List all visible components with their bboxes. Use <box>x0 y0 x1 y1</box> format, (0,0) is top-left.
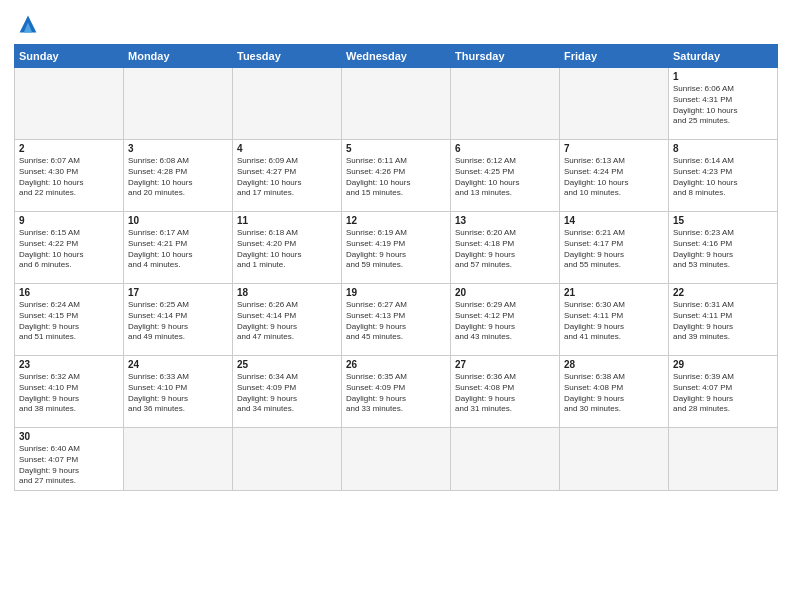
weekday-header-tuesday: Tuesday <box>233 45 342 68</box>
calendar-cell <box>669 428 778 491</box>
calendar-cell: 10Sunrise: 6:17 AMSunset: 4:21 PMDayligh… <box>124 212 233 284</box>
day-number: 29 <box>673 359 773 370</box>
day-number: 12 <box>346 215 446 226</box>
weekday-header-friday: Friday <box>560 45 669 68</box>
day-number: 17 <box>128 287 228 298</box>
calendar-cell <box>233 68 342 140</box>
day-number: 7 <box>564 143 664 154</box>
calendar-cell: 8Sunrise: 6:14 AMSunset: 4:23 PMDaylight… <box>669 140 778 212</box>
day-info: Sunrise: 6:18 AMSunset: 4:20 PMDaylight:… <box>237 228 337 271</box>
day-number: 23 <box>19 359 119 370</box>
day-number: 26 <box>346 359 446 370</box>
day-number: 2 <box>19 143 119 154</box>
day-info: Sunrise: 6:32 AMSunset: 4:10 PMDaylight:… <box>19 372 119 415</box>
calendar-cell <box>451 68 560 140</box>
calendar-cell: 23Sunrise: 6:32 AMSunset: 4:10 PMDayligh… <box>15 356 124 428</box>
day-number: 10 <box>128 215 228 226</box>
day-number: 22 <box>673 287 773 298</box>
day-info: Sunrise: 6:25 AMSunset: 4:14 PMDaylight:… <box>128 300 228 343</box>
calendar-cell: 27Sunrise: 6:36 AMSunset: 4:08 PMDayligh… <box>451 356 560 428</box>
day-number: 3 <box>128 143 228 154</box>
calendar-cell: 28Sunrise: 6:38 AMSunset: 4:08 PMDayligh… <box>560 356 669 428</box>
calendar-cell <box>233 428 342 491</box>
calendar-cell: 30Sunrise: 6:40 AMSunset: 4:07 PMDayligh… <box>15 428 124 491</box>
day-number: 11 <box>237 215 337 226</box>
day-info: Sunrise: 6:36 AMSunset: 4:08 PMDaylight:… <box>455 372 555 415</box>
calendar-week-row: 16Sunrise: 6:24 AMSunset: 4:15 PMDayligh… <box>15 284 778 356</box>
calendar-cell <box>342 68 451 140</box>
day-info: Sunrise: 6:39 AMSunset: 4:07 PMDaylight:… <box>673 372 773 415</box>
day-number: 20 <box>455 287 555 298</box>
day-info: Sunrise: 6:23 AMSunset: 4:16 PMDaylight:… <box>673 228 773 271</box>
day-number: 9 <box>19 215 119 226</box>
day-number: 8 <box>673 143 773 154</box>
day-info: Sunrise: 6:33 AMSunset: 4:10 PMDaylight:… <box>128 372 228 415</box>
calendar-cell: 3Sunrise: 6:08 AMSunset: 4:28 PMDaylight… <box>124 140 233 212</box>
calendar-cell: 11Sunrise: 6:18 AMSunset: 4:20 PMDayligh… <box>233 212 342 284</box>
calendar-cell <box>451 428 560 491</box>
logo <box>14 10 46 38</box>
day-info: Sunrise: 6:27 AMSunset: 4:13 PMDaylight:… <box>346 300 446 343</box>
weekday-header-saturday: Saturday <box>669 45 778 68</box>
calendar-cell: 7Sunrise: 6:13 AMSunset: 4:24 PMDaylight… <box>560 140 669 212</box>
day-info: Sunrise: 6:20 AMSunset: 4:18 PMDaylight:… <box>455 228 555 271</box>
calendar-cell: 20Sunrise: 6:29 AMSunset: 4:12 PMDayligh… <box>451 284 560 356</box>
day-info: Sunrise: 6:09 AMSunset: 4:27 PMDaylight:… <box>237 156 337 199</box>
calendar-cell <box>124 428 233 491</box>
day-number: 16 <box>19 287 119 298</box>
day-info: Sunrise: 6:15 AMSunset: 4:22 PMDaylight:… <box>19 228 119 271</box>
calendar-cell: 13Sunrise: 6:20 AMSunset: 4:18 PMDayligh… <box>451 212 560 284</box>
calendar-week-row: 2Sunrise: 6:07 AMSunset: 4:30 PMDaylight… <box>15 140 778 212</box>
day-number: 6 <box>455 143 555 154</box>
day-info: Sunrise: 6:24 AMSunset: 4:15 PMDaylight:… <box>19 300 119 343</box>
day-number: 27 <box>455 359 555 370</box>
calendar-cell <box>560 68 669 140</box>
day-number: 19 <box>346 287 446 298</box>
calendar-cell <box>124 68 233 140</box>
calendar-cell: 2Sunrise: 6:07 AMSunset: 4:30 PMDaylight… <box>15 140 124 212</box>
calendar-cell: 19Sunrise: 6:27 AMSunset: 4:13 PMDayligh… <box>342 284 451 356</box>
calendar-cell: 26Sunrise: 6:35 AMSunset: 4:09 PMDayligh… <box>342 356 451 428</box>
day-info: Sunrise: 6:14 AMSunset: 4:23 PMDaylight:… <box>673 156 773 199</box>
calendar-cell <box>342 428 451 491</box>
day-info: Sunrise: 6:35 AMSunset: 4:09 PMDaylight:… <box>346 372 446 415</box>
day-number: 1 <box>673 71 773 82</box>
calendar-cell: 22Sunrise: 6:31 AMSunset: 4:11 PMDayligh… <box>669 284 778 356</box>
day-info: Sunrise: 6:30 AMSunset: 4:11 PMDaylight:… <box>564 300 664 343</box>
calendar-cell <box>15 68 124 140</box>
day-info: Sunrise: 6:31 AMSunset: 4:11 PMDaylight:… <box>673 300 773 343</box>
day-info: Sunrise: 6:07 AMSunset: 4:30 PMDaylight:… <box>19 156 119 199</box>
day-info: Sunrise: 6:26 AMSunset: 4:14 PMDaylight:… <box>237 300 337 343</box>
day-number: 24 <box>128 359 228 370</box>
calendar-cell: 6Sunrise: 6:12 AMSunset: 4:25 PMDaylight… <box>451 140 560 212</box>
day-number: 13 <box>455 215 555 226</box>
day-info: Sunrise: 6:12 AMSunset: 4:25 PMDaylight:… <box>455 156 555 199</box>
day-number: 5 <box>346 143 446 154</box>
calendar-table: SundayMondayTuesdayWednesdayThursdayFrid… <box>14 44 778 491</box>
weekday-header-sunday: Sunday <box>15 45 124 68</box>
weekday-header-thursday: Thursday <box>451 45 560 68</box>
day-number: 28 <box>564 359 664 370</box>
calendar-cell <box>560 428 669 491</box>
day-number: 21 <box>564 287 664 298</box>
weekday-header-wednesday: Wednesday <box>342 45 451 68</box>
calendar-cell: 21Sunrise: 6:30 AMSunset: 4:11 PMDayligh… <box>560 284 669 356</box>
calendar-cell: 25Sunrise: 6:34 AMSunset: 4:09 PMDayligh… <box>233 356 342 428</box>
calendar-cell: 16Sunrise: 6:24 AMSunset: 4:15 PMDayligh… <box>15 284 124 356</box>
day-number: 30 <box>19 431 119 442</box>
day-info: Sunrise: 6:29 AMSunset: 4:12 PMDaylight:… <box>455 300 555 343</box>
calendar-week-row: 1Sunrise: 6:06 AMSunset: 4:31 PMDaylight… <box>15 68 778 140</box>
calendar-cell: 5Sunrise: 6:11 AMSunset: 4:26 PMDaylight… <box>342 140 451 212</box>
day-info: Sunrise: 6:21 AMSunset: 4:17 PMDaylight:… <box>564 228 664 271</box>
calendar-week-row: 9Sunrise: 6:15 AMSunset: 4:22 PMDaylight… <box>15 212 778 284</box>
calendar-cell: 1Sunrise: 6:06 AMSunset: 4:31 PMDaylight… <box>669 68 778 140</box>
day-info: Sunrise: 6:06 AMSunset: 4:31 PMDaylight:… <box>673 84 773 127</box>
calendar-cell: 14Sunrise: 6:21 AMSunset: 4:17 PMDayligh… <box>560 212 669 284</box>
calendar-cell: 17Sunrise: 6:25 AMSunset: 4:14 PMDayligh… <box>124 284 233 356</box>
calendar-week-row: 23Sunrise: 6:32 AMSunset: 4:10 PMDayligh… <box>15 356 778 428</box>
header <box>14 10 778 38</box>
calendar-cell: 15Sunrise: 6:23 AMSunset: 4:16 PMDayligh… <box>669 212 778 284</box>
day-info: Sunrise: 6:19 AMSunset: 4:19 PMDaylight:… <box>346 228 446 271</box>
calendar-cell: 12Sunrise: 6:19 AMSunset: 4:19 PMDayligh… <box>342 212 451 284</box>
calendar-cell: 18Sunrise: 6:26 AMSunset: 4:14 PMDayligh… <box>233 284 342 356</box>
